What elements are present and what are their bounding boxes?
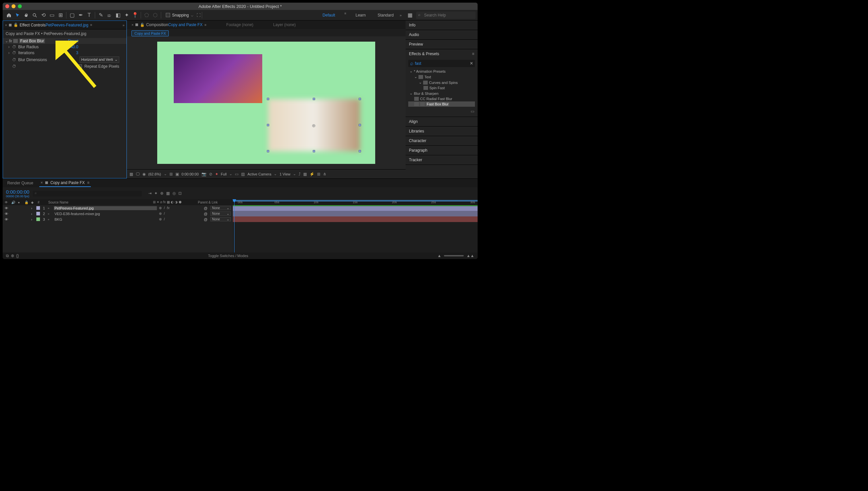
- zoom-slider[interactable]: [444, 255, 464, 256]
- selection-handle[interactable]: [267, 150, 269, 152]
- axis-tool[interactable]: ⬡: [151, 11, 159, 20]
- render-icon[interactable]: ▦: [303, 172, 307, 176]
- layer-name[interactable]: PetPeeves-Featured.jpg: [54, 206, 157, 210]
- blur-radius-value[interactable]: 40.0: [71, 45, 78, 49]
- workspace-learn[interactable]: Learn: [353, 11, 368, 19]
- hand-tool[interactable]: [22, 11, 30, 20]
- parent-pickwhip-icon[interactable]: @: [204, 218, 208, 221]
- chevron-right-icon[interactable]: ›: [8, 45, 12, 49]
- parent-dropdown[interactable]: None⌄: [210, 206, 231, 210]
- breadcrumb-chip[interactable]: Copy and Paste FX: [131, 30, 169, 36]
- footer-icon-2[interactable]: ⊕: [11, 254, 14, 258]
- stopwatch-icon[interactable]: ⏱: [12, 57, 16, 62]
- preview-panel-header[interactable]: Preview: [406, 40, 478, 49]
- pen-tool[interactable]: ✒: [76, 11, 85, 20]
- effects-presets-header[interactable]: Effects & Presets ≡: [406, 49, 478, 58]
- time-ruler[interactable]: 00s 05s 10s 15s 20s 25s 30s: [233, 199, 478, 205]
- mask-icon[interactable]: ◉: [142, 172, 146, 176]
- type-tool[interactable]: T: [85, 11, 93, 20]
- selection-handle[interactable]: [359, 124, 361, 126]
- parent-dropdown[interactable]: None⌄: [210, 211, 231, 216]
- lock-column-icon[interactable]: 🔒: [25, 201, 29, 204]
- zoom-in-icon[interactable]: ▲▲: [467, 254, 474, 258]
- parent-pickwhip-icon[interactable]: @: [204, 212, 208, 216]
- timeline-comp-tab[interactable]: × Copy and Paste FX ≡: [39, 179, 91, 187]
- parent-dropdown[interactable]: None⌄: [210, 217, 231, 221]
- tree-fast-box-blur[interactable]: Fast Box Blur: [408, 102, 475, 107]
- composition-canvas[interactable]: ⊕: [157, 41, 375, 164]
- layer-bar[interactable]: [233, 211, 478, 216]
- clone-stamp-tool[interactable]: ⎄: [105, 11, 114, 20]
- playhead[interactable]: [234, 199, 235, 253]
- timeline-tracks[interactable]: 00s 05s 10s 15s 20s 25s 30s: [233, 199, 478, 253]
- viewer-time[interactable]: 0:00:00:00: [182, 172, 199, 176]
- panel-menu-icon[interactable]: ≡: [205, 23, 206, 27]
- layer-row[interactable]: 👁 › 1 ▫ PetPeeves-Featured.jpg ⊕/fx @ No…: [3, 205, 233, 211]
- workspace-default[interactable]: Default: [320, 11, 338, 19]
- effect-preset-icon[interactable]: [13, 39, 18, 43]
- display-icon[interactable]: 🖵: [136, 172, 140, 176]
- footage-tab[interactable]: Footage (none): [223, 23, 256, 27]
- composition-tab[interactable]: × 🔓 Composition Copy and Paste FX ≡: [129, 23, 209, 27]
- solo-column-icon[interactable]: ●: [18, 201, 23, 204]
- tl-icon-3[interactable]: ⊕: [160, 191, 163, 196]
- tree-spin-fast[interactable]: Spin Fast: [408, 85, 475, 90]
- panel-tab-file[interactable]: PetPeeves-Featured.jpg: [46, 23, 88, 27]
- blur-dimensions-dropdown[interactable]: Horizontal and Verti⌄: [80, 57, 119, 63]
- lock-icon[interactable]: 🔓: [140, 23, 145, 27]
- tl-icon-2[interactable]: ✦: [154, 191, 157, 196]
- tl-icon-1[interactable]: ⇥: [148, 191, 152, 196]
- timeline-search[interactable]: [33, 191, 142, 197]
- tracker-panel-header[interactable]: Tracker: [406, 155, 478, 165]
- eraser-tool[interactable]: ◧: [114, 11, 122, 20]
- effects-search-input[interactable]: [415, 61, 470, 66]
- current-timecode[interactable]: 0:00:00:00: [6, 189, 29, 195]
- chevron-right-icon[interactable]: ›: [8, 51, 12, 55]
- layer-color[interactable]: [36, 218, 40, 221]
- minimize-window-button[interactable]: [11, 4, 16, 8]
- layer-bar[interactable]: [233, 206, 478, 211]
- layer-row[interactable]: 👁 › 3 ▫ BKG ⊕/ @ None⌄: [3, 216, 233, 222]
- anchor-point-icon[interactable]: ⊕: [312, 123, 316, 128]
- grid-icon[interactable]: ▦: [129, 172, 133, 176]
- parent-column[interactable]: Parent & Link: [198, 201, 231, 204]
- selection-handle[interactable]: [313, 150, 315, 152]
- sync-settings-icon[interactable]: ▦: [406, 11, 414, 20]
- color-mgmt-icon[interactable]: ✦: [215, 172, 218, 176]
- libraries-panel-header[interactable]: Libraries: [406, 126, 478, 136]
- snapping-toggle[interactable]: Snapping ⌵ ⛶: [166, 13, 201, 18]
- pan-behind-tool[interactable]: ⊞: [56, 11, 65, 20]
- clear-search-icon[interactable]: ×: [470, 60, 473, 66]
- source-name-column[interactable]: Source Name: [45, 201, 151, 204]
- stopwatch-icon[interactable]: ⏱: [12, 64, 16, 69]
- label-column-icon[interactable]: ◆: [31, 201, 36, 204]
- resolution-dropdown[interactable]: Full: [221, 172, 227, 176]
- snapshot-icon[interactable]: 📷: [202, 172, 206, 176]
- align-panel-header[interactable]: Align: [406, 117, 478, 126]
- tree-animation-presets[interactable]: ⌄* Animation Presets: [408, 68, 475, 74]
- puppet-pin-tool[interactable]: 📍: [131, 11, 139, 20]
- repeat-edge-checkbox[interactable]: [78, 64, 82, 69]
- selection-handle[interactable]: [313, 98, 315, 100]
- share-icon[interactable]: ⤴: [299, 172, 301, 176]
- chevron-down-icon[interactable]: ⌄: [5, 39, 9, 43]
- character-panel-header[interactable]: Character: [406, 136, 478, 145]
- comp-tab-name[interactable]: Copy and Paste FX: [168, 23, 203, 27]
- tl-icon-4[interactable]: ▦: [166, 191, 170, 196]
- layer-name[interactable]: BKG: [54, 218, 157, 221]
- new-bin-icon[interactable]: ▭: [471, 109, 474, 114]
- safe-zones-icon[interactable]: ▣: [175, 172, 179, 176]
- camera-dropdown[interactable]: Active Camera: [247, 172, 271, 176]
- lock-icon[interactable]: 🔓: [13, 23, 18, 27]
- snapping-checkbox[interactable]: [166, 13, 170, 17]
- tree-cc-radial[interactable]: CC Radial Fast Blur: [408, 96, 475, 102]
- render-queue-tab[interactable]: Render Queue: [6, 179, 35, 187]
- layer-tab[interactable]: Layer (none): [270, 23, 298, 27]
- toggle-switches-button[interactable]: Toggle Switches / Modes: [208, 254, 248, 258]
- mesh-tool[interactable]: ⬠: [142, 11, 151, 20]
- fast-preview-icon[interactable]: ⚡: [309, 172, 315, 176]
- orbit-tool[interactable]: ⟲: [39, 11, 48, 20]
- stopwatch-icon[interactable]: ⏱: [12, 51, 16, 55]
- zoom-out-icon[interactable]: ▲: [437, 254, 441, 258]
- search-help-input[interactable]: [416, 11, 476, 19]
